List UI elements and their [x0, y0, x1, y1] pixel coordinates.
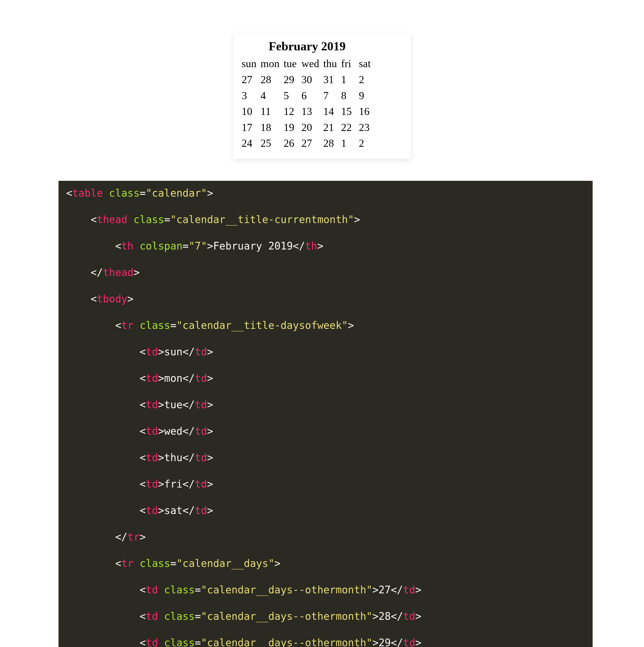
calendar-dow-cell: mon	[259, 56, 282, 72]
calendar-dow-cell: sun	[239, 56, 259, 72]
calendar-day-cell: 6	[299, 88, 321, 104]
calendar-day-cell: 2	[357, 72, 375, 88]
calendar-day-cell: 1	[339, 72, 357, 88]
calendar-dow-cell: sat	[357, 56, 375, 72]
calendar-week-row: 27 28 29 30 31 1 2	[239, 72, 375, 88]
calendar-day-cell: 10	[239, 103, 259, 120]
calendar-dow-cell: fri	[339, 56, 357, 72]
calendar-day-cell: 9	[357, 88, 375, 104]
calendar-day-cell: 23	[357, 120, 375, 136]
calendar-day-cell: 22	[339, 120, 357, 136]
calendar-day-cell: 24	[239, 135, 259, 151]
calendar-day-cell: 17	[239, 120, 259, 136]
calendar-day-cell: 1	[339, 135, 357, 151]
calendar-day-cell: 14	[321, 103, 339, 120]
calendar-day-cell: 11	[259, 103, 282, 120]
calendar-day-cell: 31	[321, 72, 339, 88]
calendar-week-row: 17 18 19 20 21 22 23	[239, 120, 375, 136]
calendar-day-cell: 4	[259, 88, 282, 104]
calendar-week-row: 10 11 12 13 14 15 16	[239, 103, 375, 120]
calendar-day-cell: 26	[282, 135, 299, 151]
calendar-day-cell: 21	[321, 120, 339, 136]
calendar-day-cell: 13	[299, 103, 321, 120]
calendar-day-cell: 20	[299, 120, 321, 136]
calendar-body: sun mon tue wed thu fri sat 27 28 29 30 …	[239, 56, 375, 151]
calendar-day-cell: 7	[321, 88, 339, 104]
calendar-preview-card: February 2019 sun mon tue wed thu fri sa…	[233, 33, 411, 159]
calendar-day-cell: 19	[282, 120, 299, 136]
calendar-week-row: 3 4 5 6 7 8 9	[239, 88, 375, 104]
calendar-day-cell: 8	[339, 88, 357, 104]
calendar-day-cell: 28	[259, 72, 282, 88]
calendar-day-cell: 15	[339, 103, 357, 120]
calendar-day-cell: 29	[282, 72, 299, 88]
calendar-day-cell: 25	[259, 135, 282, 151]
calendar-dow-cell: wed	[299, 56, 321, 72]
code-block[interactable]: <table class="calendar"> <thead class="c…	[59, 181, 593, 647]
calendar-day-cell: 3	[239, 88, 259, 104]
calendar-week-row: 24 25 26 27 28 1 2	[239, 135, 375, 151]
calendar-day-cell: 18	[259, 120, 282, 136]
calendar-day-cell: 5	[282, 88, 299, 104]
calendar-title: February 2019	[239, 38, 375, 56]
calendar-day-cell: 27	[299, 135, 321, 151]
calendar-dow-row: sun mon tue wed thu fri sat	[239, 56, 375, 72]
calendar-day-cell: 30	[299, 72, 321, 88]
calendar-day-cell: 27	[239, 72, 259, 88]
calendar-table: February 2019 sun mon tue wed thu fri sa…	[239, 38, 375, 151]
calendar-day-cell: 16	[357, 103, 375, 120]
calendar-day-cell: 2	[357, 135, 375, 151]
calendar-dow-cell: tue	[282, 56, 299, 72]
calendar-day-cell: 12	[282, 103, 299, 120]
calendar-day-cell: 28	[321, 135, 339, 151]
calendar-dow-cell: thu	[321, 56, 339, 72]
